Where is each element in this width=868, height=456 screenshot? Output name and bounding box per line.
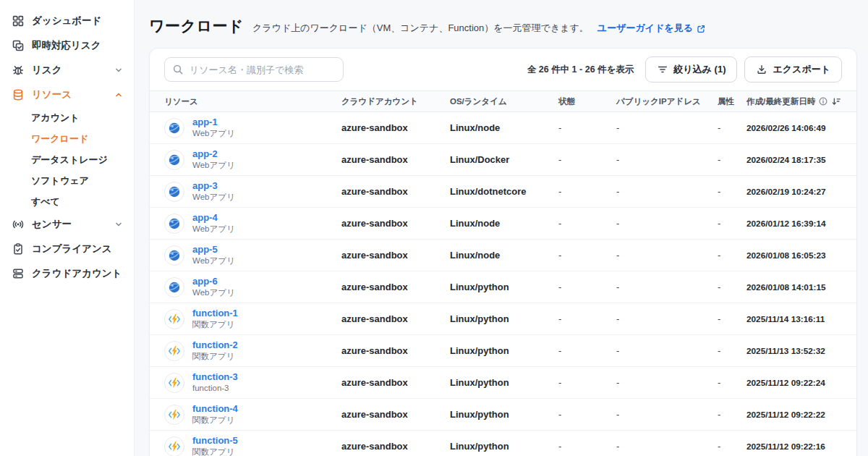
resource-type-icon [164,214,184,234]
sensor-icon [12,218,25,231]
export-button-label: エクスポート [773,63,830,76]
resource-link[interactable]: app-3 [192,180,235,192]
resource-type-icon [164,436,184,456]
cloud-account-cell: azure-sandbox [341,345,450,356]
sidebar-item-software[interactable]: ソフトウェア [0,170,134,191]
filter-button[interactable]: 絞り込み (1) [645,56,737,83]
column-header-cloud-account[interactable]: クラウドアカウント [341,96,450,107]
resource-link[interactable]: app-6 [192,276,235,287]
sidebar-item-workloads[interactable]: ワークロード [0,128,134,149]
resource-link[interactable]: function-4 [192,403,238,415]
cloud-account-icon [12,267,25,280]
resource-type-icon [164,373,184,393]
sidebar-item-label: 即時対応リスク [32,39,124,52]
export-button[interactable]: エクスポート [744,56,842,83]
filter-button-label: 絞り込み (1) [673,63,726,76]
main-content: ワークロード クラウド上のワークロード（VM、コンテナ、Function）を一元… [135,0,868,456]
column-header-status[interactable]: 状態 [558,96,616,107]
resource-subtitle: 関数アプリ [192,351,238,361]
sidebar-item-dashboard[interactable]: ダッシュボード [0,9,134,33]
resource-link[interactable]: function-3 [192,371,238,383]
resource-cell: function-2 関数アプリ [164,339,341,362]
resource-link[interactable]: function-5 [192,435,238,447]
sidebar-item-instant-risk[interactable]: 即時対応リスク [0,33,134,58]
sort-descending-icon[interactable] [831,96,841,106]
resource-link[interactable]: app-1 [192,117,235,128]
status-cell: - [558,218,616,229]
search-box[interactable] [164,57,344,82]
user-guide-link[interactable]: ユーザーガイドを見る [597,22,706,35]
sidebar-item-sensors[interactable]: センサー [0,212,134,237]
download-icon [756,64,767,75]
result-count: 全 26 件中 1 - 26 件を表示 [527,64,634,76]
search-input[interactable] [190,64,336,75]
attributes-cell: - [718,377,746,388]
column-header-resource[interactable]: リソース [164,96,341,107]
sidebar-item-all[interactable]: すべて [0,191,134,212]
sidebar: ダッシュボード 即時対応リスク リスク [0,0,135,456]
runtime-cell: Linux/node [450,122,558,133]
sidebar-item-risk[interactable]: リスク [0,58,134,83]
sidebar-item-compliance[interactable]: コンプライアンス [0,237,134,261]
attributes-cell: - [718,122,746,133]
sidebar-item-label: クラウドアカウント [32,267,124,280]
table-row: app-4 Webアプリ azure-sandbox Linux/node - … [150,208,856,240]
chevron-down-icon [114,65,124,75]
resource-link[interactable]: function-1 [192,308,238,319]
table-row: function-1 関数アプリ azure-sandbox Linux/pyt… [150,303,856,335]
cloud-account-cell: azure-sandbox [341,218,450,229]
cloud-account-cell: azure-sandbox [341,377,450,388]
resource-link[interactable]: app-4 [192,212,235,224]
resource-type-icon [164,245,184,266]
page-header: ワークロード クラウド上のワークロード（VM、コンテナ、Function）を一元… [149,16,857,36]
table-body: app-1 Webアプリ azure-sandbox Linux/node - … [150,112,856,456]
search-icon [172,64,184,75]
chevron-up-icon [114,90,124,100]
public-ip-cell: - [616,154,718,165]
attributes-cell: - [718,154,746,165]
cloud-account-cell: azure-sandbox [341,441,450,452]
cloud-account-cell: azure-sandbox [341,282,450,292]
filter-icon [657,64,668,75]
resource-link[interactable]: function-2 [192,339,238,351]
column-header-runtime[interactable]: OS/ランタイム [450,96,558,107]
function-bolt-icon [168,345,181,358]
status-cell: - [558,409,616,420]
sidebar-item-label: コンプライアンス [32,242,124,256]
runtime-cell: Linux/python [450,377,558,388]
runtime-cell: Linux/python [450,345,558,356]
bug-icon [12,64,25,77]
updated-cell: 2025/11/12 09:22:24 [746,378,842,388]
column-header-attributes[interactable]: 属性 [718,96,746,107]
status-cell: - [558,154,616,165]
status-cell: - [558,282,616,292]
sidebar-item-resources[interactable]: リソース [0,83,134,107]
sidebar-item-accounts[interactable]: アカウント [0,107,134,128]
sidebar-item-cloud-accounts[interactable]: クラウドアカウント [0,261,134,286]
cloud-account-cell: azure-sandbox [341,154,450,165]
webapp-globe-icon [168,122,181,135]
webapp-globe-icon [168,281,181,294]
public-ip-cell: - [616,441,718,452]
resource-link[interactable]: app-5 [192,244,235,256]
instant-risk-icon [12,39,25,52]
clipboard-check-icon [12,242,25,256]
sidebar-item-data-storage[interactable]: データストレージ [0,149,134,170]
function-bolt-icon [168,376,181,389]
webapp-globe-icon [168,153,181,166]
column-header-public-ip[interactable]: パブリックIPアドレス [616,96,718,107]
sidebar-item-label: ダッシュボード [32,14,124,28]
sidebar-item-label: データストレージ [31,153,108,166]
resource-subtitle: 関数アプリ [192,447,238,456]
info-icon[interactable] [818,96,828,106]
resource-link[interactable]: app-2 [192,148,235,160]
sidebar-item-label: すべて [31,195,60,208]
updated-cell: 2025/11/14 13:16:11 [746,314,842,324]
sidebar-item-label: リスク [32,64,106,77]
runtime-cell: Linux/python [450,409,558,420]
webapp-globe-icon [168,249,181,262]
table-row: app-5 Webアプリ azure-sandbox Linux/node - … [150,240,856,271]
column-header-updated[interactable]: 作成/最終更新日時 [746,96,842,107]
page-description: クラウド上のワークロード（VM、コンテナ、Function）を一元管理できます。 [252,22,589,35]
cloud-account-cell: azure-sandbox [341,409,450,420]
